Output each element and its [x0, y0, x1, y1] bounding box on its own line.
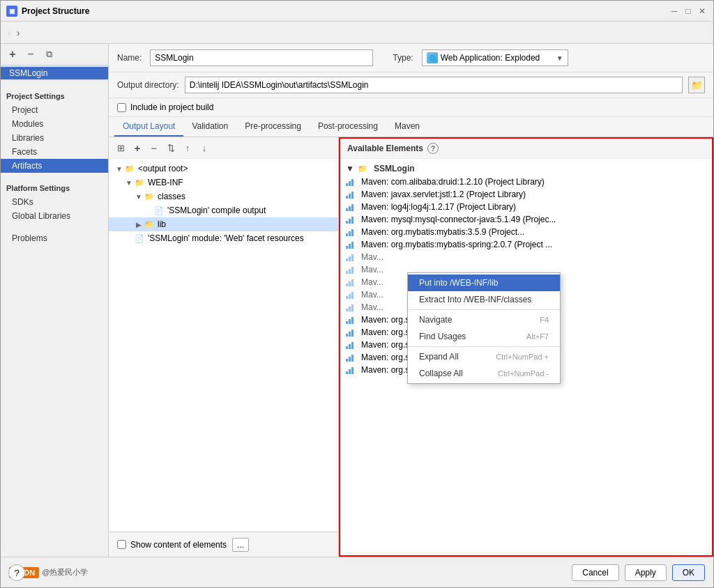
sidebar-item-modules[interactable]: Modules: [1, 117, 108, 131]
apply-button[interactable]: Apply: [625, 564, 667, 581]
sidebar-item-facets[interactable]: Facets: [1, 145, 108, 159]
avail-item-5[interactable]: Maven: org.mybatis:mybatis-spring:2.0.7 …: [340, 238, 712, 251]
sidebar-item-problems[interactable]: Problems: [1, 231, 108, 245]
include-checkbox[interactable]: [117, 103, 126, 112]
available-elements-title: Available Elements: [347, 144, 423, 153]
ctx-find-usages[interactable]: Find Usages Alt+F7: [408, 328, 560, 345]
tab-pre-processing[interactable]: Pre-processing: [236, 117, 310, 137]
help-button[interactable]: ?: [8, 564, 25, 581]
help-icon[interactable]: ?: [427, 143, 439, 154]
bottom-panel: Show content of elements ...: [109, 532, 338, 557]
tab-post-processing[interactable]: Post-processing: [310, 117, 386, 137]
expand-ssm-icon[interactable]: ▼: [346, 164, 354, 173]
tab-output-layout[interactable]: Output Layout: [114, 117, 183, 137]
tree-toggle-classes[interactable]: ▼: [134, 193, 144, 201]
output-dir-input[interactable]: [185, 77, 683, 93]
ctx-put-into-lib[interactable]: Put into /WEB-INF/lib: [408, 274, 560, 291]
close-button[interactable]: ✕: [697, 6, 708, 17]
minimize-button[interactable]: ─: [669, 6, 680, 17]
tree-node-classes[interactable]: ▼ 📁 classes: [109, 189, 338, 203]
avail-bar-icon-8: [346, 278, 357, 286]
tree-label-output-root: <output root>: [138, 164, 188, 173]
tree-node-compile-output[interactable]: 📄 'SSMLogin' compile output: [109, 203, 338, 217]
sidebar-item-libraries[interactable]: Libraries: [1, 131, 108, 145]
output-dir-label: Output directory:: [117, 80, 179, 90]
type-dropdown[interactable]: 🌐 Web Application: Exploded ▼: [422, 49, 568, 66]
type-value: Web Application: Exploded: [441, 53, 540, 63]
tree-toggle-web-inf[interactable]: ▼: [124, 179, 134, 187]
show-content-checkbox[interactable]: [117, 540, 126, 549]
ctx-expand-all[interactable]: Expand All Ctrl+NumPad +: [408, 348, 560, 365]
tree-toggle-lib[interactable]: ▶: [134, 221, 144, 229]
avail-item-3[interactable]: Maven: mysql:mysql-connector-java:5.1.49…: [340, 213, 712, 226]
ctx-put-into-lib-label: Put into /WEB-INF/lib: [419, 278, 498, 288]
avail-bar-icon-2: [346, 203, 357, 211]
file-icon-compile: 📄: [153, 205, 165, 216]
browse-dir-button[interactable]: 📁: [688, 77, 705, 93]
sidebar-copy-button[interactable]: ⧉: [41, 47, 56, 62]
ctx-collapse-all[interactable]: Collapse All Ctrl+NumPad -: [408, 365, 560, 382]
output-dir-row: Output directory: 📁: [109, 72, 713, 98]
tree-sort-button[interactable]: ⇅: [163, 140, 178, 155]
cancel-button[interactable]: Cancel: [572, 564, 618, 581]
maximize-button[interactable]: □: [683, 6, 694, 17]
tree-up-button[interactable]: ↑: [180, 140, 195, 155]
sidebar-item-artifacts[interactable]: Artifacts: [1, 159, 108, 173]
tree-remove-button[interactable]: −: [146, 140, 162, 155]
sidebar-item-sdks[interactable]: SDKs: [1, 195, 108, 209]
tree-toggle-output-root[interactable]: ▼: [114, 165, 124, 173]
forward-button[interactable]: ›: [15, 27, 22, 38]
sidebar-item-global-libraries[interactable]: Global Libraries: [1, 209, 108, 223]
avail-item-4[interactable]: Maven: org.mybatis:mybatis:3.5.9 (Projec…: [340, 226, 712, 238]
tab-validation[interactable]: Validation: [183, 117, 236, 137]
avail-bar-icon-0: [346, 178, 357, 186]
ssm-group-label: SSMLogin: [374, 164, 415, 173]
ctx-collapse-all-shortcut: Ctrl+NumPad -: [498, 369, 549, 378]
avail-bar-icon-6: [346, 253, 357, 261]
more-options-button[interactable]: ...: [232, 538, 249, 552]
tree-node-web-inf[interactable]: ▼ 📁 WEB-INF: [109, 176, 338, 189]
tab-maven[interactable]: Maven: [386, 117, 428, 137]
app-icon: ▣: [6, 6, 17, 17]
ctx-extract-label: Extract Into /WEB-INF/classes: [419, 295, 531, 304]
secondary-toolbar: ‹ ›: [1, 22, 713, 44]
name-input[interactable]: [150, 49, 373, 66]
tree-toolbar: ⊞ + − ⇅ ↑ ↓: [109, 137, 338, 159]
artifact-item[interactable]: SSMLogin: [1, 67, 108, 79]
avail-item-label-6: Mav...: [361, 252, 383, 262]
avail-bar-icon-10: [346, 303, 357, 311]
tree-node-lib[interactable]: ▶ 📁 lib: [109, 217, 338, 231]
ctx-separator-2: [408, 346, 560, 347]
avail-item-6[interactable]: Mav...: [340, 251, 712, 263]
tree-label-lib: lib: [158, 219, 166, 229]
sidebar-item-project[interactable]: Project: [1, 103, 108, 117]
sidebar-remove-button[interactable]: −: [23, 47, 38, 62]
right-panel: Name: Type: 🌐 Web Application: Exploded …: [109, 44, 713, 557]
avail-item-1[interactable]: Maven: javax.servlet:jstl:1.2 (Project L…: [340, 188, 712, 201]
ctx-navigate[interactable]: Navigate F4: [408, 311, 560, 328]
folder-icon-webinf: 📁: [134, 177, 145, 188]
show-content-label: Show content of elements: [130, 540, 227, 550]
platform-settings-header: Platform Settings: [1, 178, 108, 195]
ok-button[interactable]: OK: [672, 564, 705, 581]
project-structure-dialog: ▣ Project Structure ─ □ ✕ ‹ › + − ⧉ SSML…: [0, 0, 714, 588]
avail-item-label-8: Mav...: [361, 277, 383, 287]
tree-add-button[interactable]: +: [130, 140, 145, 155]
show-content-checkbox-row: Show content of elements: [117, 540, 227, 550]
ctx-collapse-all-label: Collapse All: [419, 369, 463, 378]
ctx-find-usages-shortcut: Alt+F7: [526, 332, 549, 341]
tree-expand-all-icon[interactable]: ⊞: [113, 140, 128, 155]
sidebar-add-button[interactable]: +: [5, 47, 20, 62]
avail-item-label-5: Maven: org.mybatis:mybatis-spring:2.0.7 …: [361, 240, 552, 249]
ctx-extract-into-classes[interactable]: Extract Into /WEB-INF/classes: [408, 291, 560, 308]
tree-node-web-resources[interactable]: 📄 'SSMLogin' module: 'Web' facet resourc…: [109, 231, 338, 245]
avail-item-2[interactable]: Maven: log4j:log4j:1.2.17 (Project Libra…: [340, 201, 712, 213]
tree-node-output-root[interactable]: ▼ 📁 <output root>: [109, 162, 338, 176]
back-button[interactable]: ‹: [6, 27, 13, 38]
window-title: Project Structure: [22, 6, 89, 16]
ctx-separator-1: [408, 309, 560, 310]
tree-down-button[interactable]: ↓: [197, 140, 212, 155]
ctx-expand-all-shortcut: Ctrl+NumPad +: [496, 353, 549, 361]
avail-item-0[interactable]: Maven: com.alibaba:druid:1.2.10 (Project…: [340, 176, 712, 188]
avail-bar-icon-1: [346, 190, 357, 199]
